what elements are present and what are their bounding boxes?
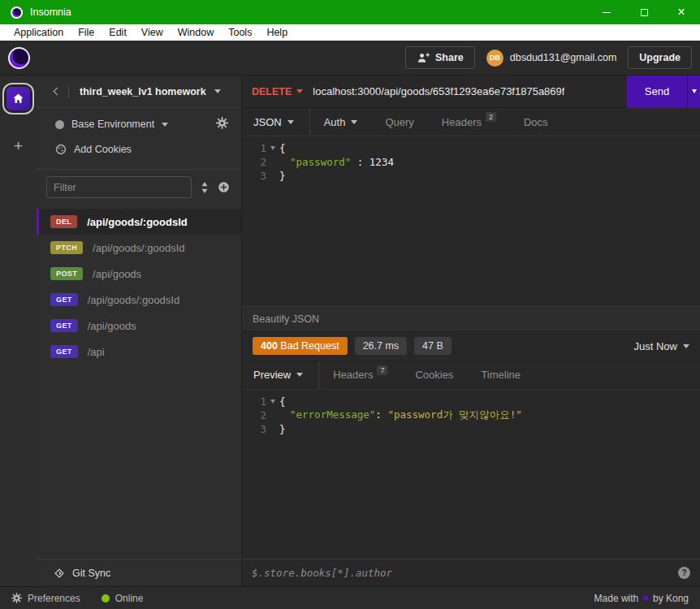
response-size-badge: 47 B [414, 337, 452, 355]
request-item-post-goods[interactable]: POST /api/goods [37, 261, 241, 287]
work-area: + third_week_lv1 homework Base Environme… [0, 76, 700, 586]
sidebar-header: third_week_lv1 homework [37, 76, 241, 108]
git-sync-button[interactable]: Git Sync [37, 559, 241, 586]
tab-query[interactable]: Query [371, 108, 427, 136]
menu-tools[interactable]: Tools [221, 27, 259, 38]
request-item-get-goodsid[interactable]: GET /api/goods/:goodsId [37, 287, 241, 313]
code-text: { [279, 142, 286, 154]
maximize-icon [641, 9, 648, 16]
share-button[interactable]: Share [405, 46, 475, 69]
url-input[interactable]: localhost:3000/api/goods/653f1293ea6e73f… [313, 85, 564, 97]
request-item-get-goods[interactable]: GET /api/goods [37, 313, 241, 339]
git-sync-icon [54, 568, 64, 578]
tab-response-headers[interactable]: Headers 7 [319, 361, 401, 389]
git-sync-label: Git Sync [72, 568, 110, 579]
code-line: 1 { [242, 395, 700, 408]
send-options-button[interactable] [687, 76, 700, 108]
insomnia-logo[interactable] [8, 47, 30, 69]
code-line: 2 "errorMessage": "password가 맞지않아요!" [242, 408, 700, 422]
response-meta-bar: 400 Bad Request 26.7 ms 47 B Just Now [242, 332, 700, 361]
menu-application[interactable]: Application [6, 27, 71, 38]
tab-body-json[interactable]: JSON [242, 108, 310, 136]
fold-caret-icon [270, 400, 275, 404]
environment-label: Base Environment [71, 119, 154, 130]
minimize-icon [603, 12, 611, 13]
send-button[interactable]: Send [627, 76, 687, 108]
by-kong-text: by Kong [653, 593, 689, 604]
response-tab-bar: Preview Headers 7 Cookies Timeline [242, 361, 700, 390]
request-item-delete-goodsid[interactable]: DEL /api/goods/:goodsId [37, 209, 241, 235]
request-item-patch-goodsid[interactable]: PTCH /api/goods/:goodsId [37, 235, 241, 261]
menu-view[interactable]: View [134, 27, 171, 38]
method-badge: PTCH [50, 241, 83, 254]
workspace-home-button[interactable] [6, 87, 30, 110]
tab-timeline[interactable]: Timeline [467, 361, 534, 389]
close-button[interactable]: × [663, 0, 700, 24]
request-tab-bar: JSON Auth Query Headers 2 Docs [242, 108, 700, 136]
tab-docs[interactable]: Docs [510, 108, 562, 136]
tab-label: Auth [324, 116, 346, 128]
add-cookies-button[interactable]: Add Cookies [37, 138, 241, 161]
request-filter-input[interactable] [46, 176, 192, 198]
cookie-icon [55, 144, 67, 155]
history-label: Just Now [634, 340, 677, 352]
tab-auth[interactable]: Auth [310, 108, 372, 136]
environment-settings-button[interactable] [216, 117, 228, 132]
menu-bar: Application File Edit View Window Tools … [0, 24, 700, 41]
jsonpath-filter-input[interactable] [252, 567, 678, 579]
fold-toggle[interactable] [266, 146, 279, 150]
line-number: 3 [242, 423, 266, 435]
plus-circle-icon[interactable] [218, 181, 230, 193]
response-history-dropdown[interactable]: Just Now [634, 340, 689, 352]
menu-help[interactable]: Help [259, 27, 295, 38]
chevron-down-icon [287, 120, 294, 124]
environment-selector[interactable]: Base Environment [37, 110, 241, 138]
tab-preview[interactable]: Preview [242, 361, 319, 389]
title-bar: Insomnia × [0, 0, 700, 24]
avatar: DB [486, 50, 503, 67]
tab-label: Docs [524, 116, 548, 128]
back-chevron-icon[interactable] [54, 88, 62, 96]
tab-label: Headers [442, 116, 482, 128]
account-email: dbsdud131@gmail.com [510, 52, 617, 63]
help-icon[interactable]: ? [678, 567, 690, 579]
headers-count-badge: 2 [486, 112, 496, 122]
fold-toggle[interactable] [266, 400, 279, 404]
request-item-get-api[interactable]: GET /api [37, 339, 241, 365]
status-bar: Preferences Online Made with ♥ by Kong [0, 586, 700, 609]
beautify-json-button[interactable]: Beautify JSON [242, 306, 700, 332]
chevron-down-icon [692, 89, 697, 93]
close-icon: × [677, 6, 685, 19]
chevron-down-icon [162, 123, 168, 127]
code-text: "errorMessage": "password가 맞지않아요!" [279, 408, 522, 422]
preferences-button[interactable]: Preferences [11, 593, 80, 604]
tab-headers[interactable]: Headers 2 [428, 108, 510, 136]
sort-icon[interactable] [201, 182, 209, 193]
menu-window[interactable]: Window [171, 27, 221, 38]
maximize-button[interactable] [625, 0, 663, 24]
environment-color-dot [55, 120, 64, 129]
online-status[interactable]: Online [102, 593, 144, 604]
tab-label: Timeline [481, 369, 521, 381]
method-dropdown[interactable]: DELETE [252, 86, 292, 97]
response-time-badge: 26.7 ms [355, 337, 407, 355]
minimize-button[interactable] [588, 0, 625, 24]
menu-file[interactable]: File [71, 27, 102, 38]
add-cookies-label: Add Cookies [74, 144, 132, 155]
add-workspace-button[interactable]: + [14, 137, 23, 155]
tab-label: JSON [253, 116, 282, 128]
request-path: /api/goods [93, 268, 141, 280]
response-body-viewer[interactable]: 1 { 2 "errorMessage": "password가 맞지않아요!"… [242, 390, 700, 559]
workspace-rail: + [0, 76, 37, 586]
request-body-editor[interactable]: 1 { 2 "password" : 1234 3 } [242, 136, 700, 306]
sidebar-filter-row [37, 169, 241, 205]
request-list: DEL /api/goods/:goodsId PTCH /api/goods/… [37, 205, 241, 559]
workspace-title[interactable]: third_week_lv1 homework [80, 86, 206, 97]
menu-edit[interactable]: Edit [102, 27, 134, 38]
request-path: /api/goods/:goodsId [93, 242, 184, 254]
upgrade-button[interactable]: Upgrade [628, 46, 692, 69]
account-menu[interactable]: DB dbsdud131@gmail.com [483, 50, 620, 67]
window-title: Insomnia [30, 6, 71, 18]
code-line: 3 } [242, 422, 700, 436]
tab-cookies[interactable]: Cookies [401, 361, 467, 389]
